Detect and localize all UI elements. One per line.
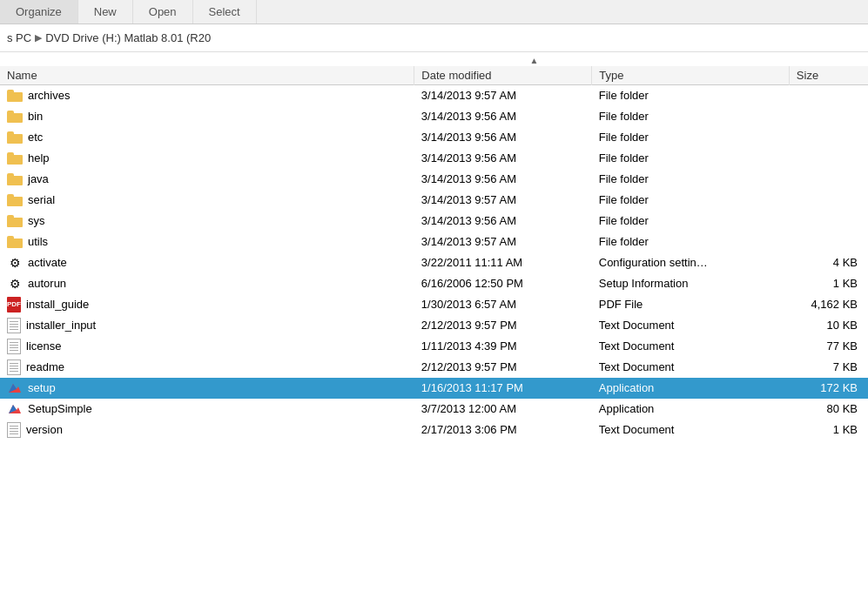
file-name-cell: sys <box>0 211 414 232</box>
file-size-cell: 4 KB <box>789 252 868 273</box>
file-name-label: SetupSimple <box>28 402 92 415</box>
col-header-type[interactable]: Type <box>592 66 790 85</box>
table-row[interactable]: help3/14/2013 9:56 AMFile folder <box>0 148 868 169</box>
col-header-date[interactable]: Date modified <box>414 66 592 85</box>
file-name-cell: serial <box>0 190 414 211</box>
file-size-cell: 7 KB <box>789 357 868 378</box>
folder-icon <box>7 236 23 248</box>
file-name-label: bin <box>28 110 43 123</box>
file-name-cell: license <box>0 336 414 357</box>
file-explorer-window: Organize New Open Select s PC ▶ DVD Driv… <box>0 0 868 598</box>
file-name-cell: setup <box>0 378 414 399</box>
file-type-cell: File folder <box>592 211 790 232</box>
file-date-cell: 2/12/2013 9:57 PM <box>414 357 592 378</box>
col-header-name[interactable]: Name <box>0 66 414 85</box>
file-size-cell <box>789 127 868 148</box>
file-size-cell <box>789 169 868 190</box>
table-header-row: Name Date modified Type Size <box>0 66 868 85</box>
matlab-icon <box>7 380 23 396</box>
file-type-cell: File folder <box>592 85 790 106</box>
table-row[interactable]: sys3/14/2013 9:56 AMFile folder <box>0 211 868 232</box>
file-name-cell: PDFinstall_guide <box>0 294 414 315</box>
file-size-cell: 10 KB <box>789 315 868 336</box>
file-size-cell <box>789 232 868 252</box>
open-button[interactable]: Open <box>133 0 193 24</box>
breadcrumb-pc[interactable]: s PC <box>7 31 31 44</box>
folder-icon <box>7 173 23 185</box>
table-row[interactable]: PDFinstall_guide1/30/2013 6:57 AMPDF Fil… <box>0 294 868 315</box>
file-date-cell: 3/14/2013 9:56 AM <box>414 148 592 169</box>
table-row[interactable]: readme2/12/2013 9:57 PMText Document7 KB <box>0 357 868 378</box>
file-size-cell <box>789 190 868 211</box>
col-header-size[interactable]: Size <box>789 66 868 85</box>
file-size-cell: 77 KB <box>789 336 868 357</box>
file-name-label: setup <box>28 381 56 394</box>
toolbar: Organize New Open Select <box>0 0 868 24</box>
table-row[interactable]: installer_input2/12/2013 9:57 PMText Doc… <box>0 315 868 336</box>
file-date-cell: 2/12/2013 9:57 PM <box>414 315 592 336</box>
file-type-cell: File folder <box>592 148 790 169</box>
file-type-cell: Application <box>592 399 790 420</box>
text-file-icon <box>7 339 21 354</box>
file-type-cell: PDF File <box>592 294 790 315</box>
table-row[interactable]: java3/14/2013 9:56 AMFile folder <box>0 169 868 190</box>
file-name-label: version <box>26 423 63 436</box>
table-row[interactable]: bin3/14/2013 9:56 AMFile folder <box>0 106 868 127</box>
file-type-cell: Text Document <box>592 315 790 336</box>
file-name-cell: version <box>0 420 414 440</box>
table-row[interactable]: setup1/16/2013 11:17 PMApplication172 KB <box>0 378 868 399</box>
file-size-cell: 1 KB <box>789 273 868 294</box>
table-row[interactable]: utils3/14/2013 9:57 AMFile folder <box>0 232 868 252</box>
file-type-cell: File folder <box>592 169 790 190</box>
table-row[interactable]: ⚙autorun6/16/2006 12:50 PMSetup Informat… <box>0 273 868 294</box>
file-name-label: sys <box>28 214 45 227</box>
file-list-body: archives3/14/2013 9:57 AMFile folderbin3… <box>0 85 868 440</box>
config-icon: ⚙ <box>7 276 23 292</box>
file-name-cell: readme <box>0 357 414 378</box>
table-row[interactable]: ⚙activate3/22/2011 11:11 AMConfiguration… <box>0 252 868 273</box>
text-file-icon <box>7 318 21 333</box>
file-size-cell: 1 KB <box>789 420 868 440</box>
file-date-cell: 3/14/2013 9:57 AM <box>414 85 592 106</box>
folder-icon <box>7 131 23 144</box>
breadcrumb-sep1: ▶ <box>35 32 42 44</box>
file-type-cell: Text Document <box>592 357 790 378</box>
file-date-cell: 6/16/2006 12:50 PM <box>414 273 592 294</box>
file-size-cell: 172 KB <box>789 378 868 399</box>
file-type-cell: Text Document <box>592 336 790 357</box>
file-size-cell <box>789 106 868 127</box>
pdf-icon: PDF <box>7 297 21 312</box>
select-button[interactable]: Select <box>193 0 257 24</box>
new-button[interactable]: New <box>78 0 133 24</box>
file-name-cell: ⚙autorun <box>0 273 414 294</box>
file-date-cell: 3/14/2013 9:56 AM <box>414 211 592 232</box>
file-name-cell: help <box>0 148 414 169</box>
file-type-cell: File folder <box>592 106 790 127</box>
table-row[interactable]: version2/17/2013 3:06 PMText Document1 K… <box>0 420 868 440</box>
table-row[interactable]: archives3/14/2013 9:57 AMFile folder <box>0 85 868 106</box>
file-size-cell <box>789 85 868 106</box>
table-row[interactable]: serial3/14/2013 9:57 AMFile folder <box>0 190 868 211</box>
file-date-cell: 3/14/2013 9:56 AM <box>414 127 592 148</box>
text-file-icon <box>7 359 21 375</box>
table-row[interactable]: license1/11/2013 4:39 PMText Document77 … <box>0 336 868 357</box>
organize-button[interactable]: Organize <box>0 0 78 24</box>
file-name-label: help <box>28 151 50 165</box>
breadcrumb-drive[interactable]: DVD Drive (H:) Matlab 8.01 (R20 <box>45 31 211 44</box>
file-type-cell: Text Document <box>592 420 790 440</box>
file-type-cell: Application <box>592 378 790 399</box>
file-table: Name Date modified Type Size archives3/1… <box>0 66 868 440</box>
file-type-cell: File folder <box>592 127 790 148</box>
file-size-cell <box>789 211 868 232</box>
file-list-wrapper: Name Date modified Type Size archives3/1… <box>0 66 868 598</box>
text-file-icon <box>7 422 21 438</box>
file-name-label: autorun <box>28 277 66 290</box>
file-date-cell: 1/16/2013 11:17 PM <box>414 378 592 399</box>
table-row[interactable]: SetupSimple3/7/2013 12:00 AMApplication8… <box>0 399 868 420</box>
file-name-label: java <box>28 172 49 185</box>
table-row[interactable]: etc3/14/2013 9:56 AMFile folder <box>0 127 868 148</box>
file-date-cell: 3/14/2013 9:57 AM <box>414 232 592 252</box>
file-date-cell: 2/17/2013 3:06 PM <box>414 420 592 440</box>
file-type-cell: Configuration settin… <box>592 252 790 273</box>
file-date-cell: 3/7/2013 12:00 AM <box>414 399 592 420</box>
